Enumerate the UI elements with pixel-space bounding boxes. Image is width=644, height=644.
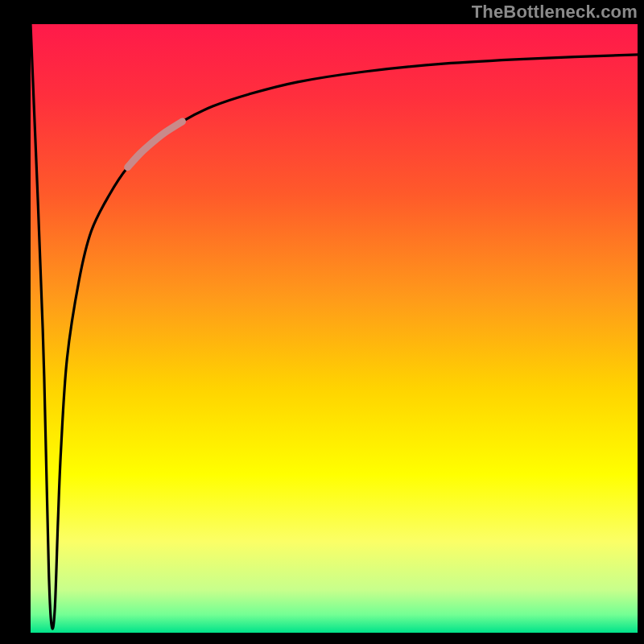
- watermark-text: TheBottleneck.com: [472, 2, 638, 23]
- chart-frame: { "watermark": "TheBottleneck.com", "col…: [0, 0, 644, 644]
- plot-gradient-background: [31, 24, 638, 633]
- bottleneck-chart: [0, 0, 644, 644]
